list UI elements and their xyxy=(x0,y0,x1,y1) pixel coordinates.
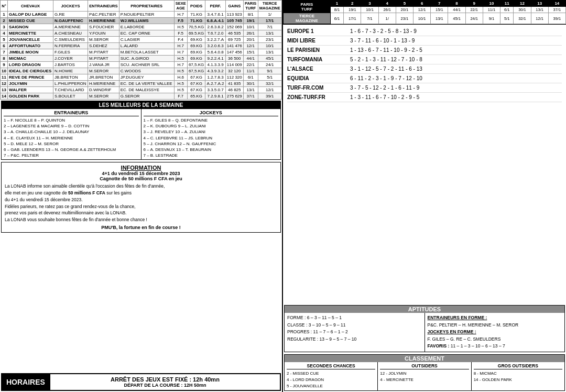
horse-jockey: T.CHEVILLARD xyxy=(53,87,88,93)
aptitudes-forme: FORME : 6 – 3 – 11 – 5 – 1 xyxy=(287,314,422,322)
horse-gains: 114 009 xyxy=(225,62,243,68)
horse-gains: 36 500 xyxy=(225,56,243,62)
horse-proprietaire: EC. DE LA VERTE VALLEE xyxy=(119,81,174,87)
pronostic-row: TURFOMANIA5 - 2 - 1 - 3 - 11 - 12 - 7 - … xyxy=(287,57,562,64)
horse-name: MICMAC xyxy=(8,56,53,62)
horse-jockey: J.COYER xyxy=(53,56,88,62)
pronostic-row: ZONE-TURF.FR1 - 3 - 11 - 6 - 7 - 10 - 2 … xyxy=(287,94,562,102)
info-subtitle2: Cagnotte de 50 millions F CFA en jeu xyxy=(5,176,277,181)
table-row: 7 JIMBLE MOON F.GILES M.PITART M.BETOLA … xyxy=(1,49,282,56)
paris-val: 44/1 xyxy=(448,7,465,13)
table-row: 6 AFFORTUNATO N.FERREIRA S.DEHEZ L.ALARD… xyxy=(1,43,282,49)
pronostic-row: EUROPE 11 - 6 - 7 - 3 - 2 - 5 - 8 - 13 -… xyxy=(287,28,562,36)
horse-poids: 71.KG xyxy=(187,12,205,18)
horse-poids: 69.KG xyxy=(187,56,205,62)
paris-num: 1 xyxy=(330,1,343,7)
horse-num: 10 xyxy=(1,68,8,74)
paris-val: 26/1 xyxy=(378,7,396,13)
horaires-sub: DÉPART DE LA COURSE : 12H 50mn xyxy=(52,383,278,388)
horse-paristurf: 20/1 xyxy=(243,37,258,43)
meilleurs-section: LES MEILLEURS DE LA SEMAINE ENTRAINEURS … xyxy=(1,101,281,160)
aptitudes-classe: CLASSE : 3 – 10 – 5 – 9 – 11 xyxy=(287,322,422,329)
table-row: 11 REVE DE PRINCE JB.BRETON JR.BRETON JP… xyxy=(1,74,282,81)
paris-val: 10/1 xyxy=(361,7,378,13)
horse-perf: 4.1.3.3.9 xyxy=(205,62,225,68)
meilleurs-entraineurs: ENTRAINEURS 1 – F. NICOLLE 8 – P. QUINTO… xyxy=(2,109,142,159)
horse-gains: 69 725 xyxy=(225,37,243,43)
horse-perf: 7.2.9.8.1 xyxy=(205,93,225,100)
tierce-val: 13/1 xyxy=(431,13,448,24)
pronostic-row: MIDI LIBRE3 - 7 - 11 - 6 - 10 - 1 - 13 -… xyxy=(287,38,562,46)
horse-tierce: 13/1 xyxy=(258,49,282,56)
horse-name: REVE DE PRINCE xyxy=(8,74,53,81)
horse-paristurf: 30/1 xyxy=(243,81,258,87)
horse-gains: 41 835 xyxy=(225,81,243,87)
classement-item: 4 - LORD DRAGON xyxy=(287,377,375,383)
horse-gains: 141 476 xyxy=(225,43,243,49)
horse-gains: 113 923 xyxy=(225,12,243,18)
horse-tierce: 5/1 xyxy=(258,74,282,81)
pronostic-source: TURF-FR.COM xyxy=(287,85,350,91)
horse-tierce: 24/1 xyxy=(258,62,282,68)
horse-entraineur: H.MERIENNE xyxy=(88,18,119,24)
horse-perf: 9.2.2.4.1 xyxy=(205,56,225,62)
paris-num: 10 xyxy=(483,1,500,7)
meilleurs-item: 7 – B. LESTRADE xyxy=(144,153,279,158)
col-paristurf: PARISTURF xyxy=(243,1,258,12)
classement-secondes-title: SECONDES CHANCES xyxy=(287,363,375,369)
col-jockey: JOCKEYS xyxy=(53,1,88,12)
horse-entraineur: M.PITART xyxy=(88,56,119,62)
horse-name: JOLYMIN xyxy=(8,81,53,87)
pronostic-numbers: 3 - 7 - 5 - 12 - 2 - 1 - 6 - 11 - 9 xyxy=(350,85,562,91)
meilleurs-content: ENTRAINEURS 1 – F. NICOLLE 8 – P. QUINTO… xyxy=(2,109,280,159)
horse-sexeage: H.5 xyxy=(174,24,187,30)
col-poids: POIDS xyxy=(187,1,205,12)
horaires-section: HORAIRES ARRÊT DES JEUX EST FIXÉ : 12h 4… xyxy=(1,373,281,391)
horse-paristurf: 26/1 xyxy=(243,30,258,37)
table-row: 13 WALFER T.CHEVILLARD D.WINDRIF EC. DE … xyxy=(1,87,282,93)
paris-val: 8/1 xyxy=(330,7,343,13)
horse-proprietaire: E.LABORDE xyxy=(119,24,174,30)
classement-gros: GROS OUTSIDERS 8 - MICMAC14 - GOLDEN PAR… xyxy=(472,362,564,390)
paris-num: 6 xyxy=(413,1,431,7)
pronostic-numbers: 3 - 7 - 11 - 6 - 10 - 1 - 13 - 9 xyxy=(350,38,562,43)
horse-num: 11 xyxy=(1,74,8,81)
tierce-val: 32/1 xyxy=(514,13,531,24)
horse-gains: 152 069 xyxy=(225,24,243,30)
pronostic-numbers: 1 - 13 - 6 - 7 - 11 - 10 - 9 - 2 - 5 xyxy=(350,47,562,53)
horse-jockey: N.HOWIE xyxy=(53,68,88,74)
horaires-content: ARRÊT DES JEUX EST FIXÉ : 12h 40mn DÉPAR… xyxy=(49,374,280,390)
horse-proprietaire: EC. DE MALEISSYE xyxy=(119,87,174,93)
info-body: La LONAB informe son aimable clientèle q… xyxy=(5,183,277,223)
horse-paristurf: 12/1 xyxy=(243,43,258,49)
col-cheval: CHEVAUX xyxy=(8,1,53,12)
table-row: 2 MISSED CUE N.GAUFFENIC H.MERIENNE WJ.W… xyxy=(1,18,282,24)
info-slogan: PMU'B, la fortune en fin de course ! xyxy=(5,225,277,230)
horse-perf: 3.2.2.7.A xyxy=(205,37,225,43)
horse-num: 1 xyxy=(1,12,8,18)
favoris-val: 11 – 1 – 3 – 10 – 6 – 13 – 7 xyxy=(451,343,505,349)
horse-entraineur: H.MERIENNE xyxy=(88,81,119,87)
info-subtitle1: 4+1 du vendredi 15 décembre 2023 xyxy=(5,171,277,176)
horse-proprietaire: JP.DUGUEY xyxy=(119,74,174,81)
horses-table: N° CHEVAUX JOCKEYS ENTRAINEURS PROPRIETA… xyxy=(0,0,282,100)
horse-paristurf: 44/1 xyxy=(243,56,258,62)
horse-jockey: G.RE xyxy=(53,12,88,18)
horse-proprietaire: C.WOODS xyxy=(119,68,174,74)
horse-num: 6 xyxy=(1,43,8,49)
pronostic-numbers: 1 - 3 - 11 - 6 - 7 - 10 - 2 - 9 - 5 xyxy=(350,94,562,100)
meilleurs-item: 4 – C. LEFEBVRE 11 – JS. LEBRUN xyxy=(144,135,279,141)
horse-name: GOLDEN PARK xyxy=(8,93,53,100)
pronostic-row: L'ALSACE3 - 1 - 12 - 5 - 7 - 2 - 11 - 6 … xyxy=(287,66,562,74)
horse-proprietaire: WJ.WILLIAMS xyxy=(119,18,174,24)
horse-proprietaire: G.SEROR xyxy=(119,93,174,100)
tierce-val: 6/1 xyxy=(330,13,343,24)
horse-paristurf: 22/1 xyxy=(243,62,258,68)
table-row: 5 JOUVANCELLE C.SMEULDERS M.SEROR C.LAGI… xyxy=(1,37,282,43)
horse-num: 2 xyxy=(1,18,8,24)
paris-num: 3 xyxy=(361,1,378,7)
paris-num: 2 xyxy=(344,1,361,7)
paris-num: 4 xyxy=(378,1,396,7)
tierce-val: 23/1 xyxy=(396,13,413,24)
col-sexeage: SEXEAGE xyxy=(174,1,187,12)
